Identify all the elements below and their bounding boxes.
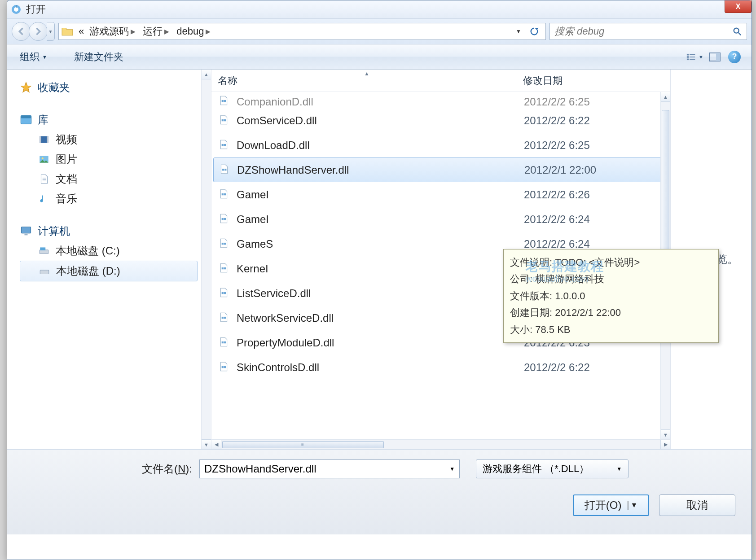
chevron-down-icon: ▼ [449, 466, 455, 472]
dll-file-icon [218, 95, 231, 108]
file-name: NetworkServiceD.dll [237, 312, 524, 324]
scroll-up-icon[interactable]: ▲ [202, 70, 211, 79]
address-dropdown[interactable]: ▼ [512, 28, 525, 35]
breadcrumb-0[interactable]: 游戏源码▶ [87, 25, 140, 38]
search-box[interactable] [549, 23, 747, 40]
document-icon [38, 173, 50, 185]
file-row[interactable]: SkinControlsD.dll2012/2/2 6:22 [211, 355, 670, 380]
filename-combobox[interactable]: DZShowHandServer.dll ▼ [199, 459, 460, 478]
search-icon[interactable] [732, 26, 742, 36]
file-date: 2012/2/2 6:25 [524, 96, 590, 108]
svg-rect-29 [224, 100, 226, 102]
sort-indicator-icon: ▲ [364, 70, 369, 77]
svg-point-1 [14, 7, 18, 12]
svg-rect-27 [40, 270, 49, 274]
svg-rect-30 [222, 119, 224, 121]
sidebar-item-pictures[interactable]: 图片 [20, 149, 211, 169]
titlebar[interactable]: 打开 X [7, 0, 752, 18]
breadcrumb-chevrons[interactable]: « [76, 26, 87, 37]
help-button[interactable]: ? [725, 49, 743, 65]
column-headers[interactable]: ▲ 名称 修改日期 [211, 70, 670, 92]
dll-file-icon [218, 188, 231, 201]
search-input[interactable] [554, 26, 732, 37]
organize-menu[interactable]: 组织▼ [15, 48, 52, 66]
svg-line-4 [738, 33, 741, 35]
dll-file-icon [218, 139, 231, 152]
sidebar-computer[interactable]: 计算机 [20, 221, 211, 241]
file-date: 2012/2/2 6:24 [524, 238, 590, 250]
sidebar-drive-d[interactable]: 本地磁盘 (D:) [20, 261, 198, 281]
column-name[interactable]: 名称 [218, 74, 523, 88]
file-pane: ▲ 名称 修改日期 CompanionD.dll2012/2/2 6:25Com… [211, 70, 752, 449]
filename-value: DZShowHandServer.dll [204, 463, 316, 475]
scroll-down-icon[interactable]: ▼ [202, 439, 211, 449]
svg-rect-48 [222, 341, 224, 343]
sidebar-favorites[interactable]: 收藏夹 [20, 78, 211, 97]
sidebar-item-music[interactable]: 音乐 [20, 189, 211, 209]
open-button[interactable]: 打开(O) │▼ [573, 494, 649, 516]
column-date[interactable]: 修改日期 [523, 74, 670, 88]
library-icon [20, 114, 32, 126]
forward-button[interactable] [29, 22, 48, 41]
file-name: ComServiceD.dll [237, 114, 524, 127]
chevron-right-icon: ▶ [131, 28, 136, 35]
svg-rect-45 [224, 292, 226, 293]
svg-rect-9 [690, 57, 695, 57]
svg-rect-47 [224, 316, 226, 318]
file-date: 2012/2/2 6:25 [524, 139, 590, 152]
sidebar-item-documents[interactable]: 文档 [20, 169, 211, 189]
svg-rect-25 [40, 250, 48, 254]
svg-rect-16 [40, 136, 41, 143]
file-date: 2012/2/2 6:24 [524, 213, 590, 226]
file-row[interactable]: GameI2012/2/2 6:24 [211, 207, 670, 232]
sidebar-libraries[interactable]: 库 [20, 110, 211, 130]
scroll-thumb[interactable]: ≡ [222, 441, 384, 448]
svg-rect-44 [222, 292, 224, 293]
sidebar-scrollbar[interactable]: ▲ ▼ [201, 70, 211, 449]
scroll-down-icon[interactable]: ▼ [661, 429, 670, 439]
drive-icon [38, 265, 51, 277]
svg-rect-49 [224, 341, 226, 343]
svg-rect-17 [47, 136, 48, 143]
file-name: PropertyModuleD.dll [237, 337, 524, 349]
svg-rect-33 [224, 144, 226, 145]
file-row[interactable]: ComServiceD.dll2012/2/2 6:22 [211, 108, 670, 133]
scroll-right-icon[interactable]: ▶ [660, 440, 670, 449]
file-date: 2012/2/2 6:22 [524, 361, 590, 374]
file-row[interactable]: DZShowHandServer.dll2012/2/1 22:00 [213, 158, 668, 182]
dll-file-icon [218, 213, 231, 226]
svg-rect-32 [222, 144, 224, 145]
scroll-left-icon[interactable]: ◀ [211, 440, 221, 449]
svg-rect-40 [222, 242, 224, 244]
file-row[interactable]: CompanionD.dll2012/2/2 6:25 [211, 92, 670, 108]
close-button[interactable]: X [725, 0, 752, 13]
folder-icon [62, 26, 73, 36]
file-row[interactable]: GameI2012/2/2 6:26 [211, 182, 670, 207]
scroll-up-icon[interactable]: ▲ [661, 92, 670, 102]
sidebar-item-videos[interactable]: 视频 [20, 130, 211, 149]
filetype-combobox[interactable]: 游戏服务组件 （*.DLL） ▼ [476, 459, 629, 478]
breadcrumb-1[interactable]: 运行▶ [140, 25, 174, 38]
svg-rect-14 [21, 116, 31, 118]
view-mode-button[interactable]: ▼ [686, 49, 704, 65]
chevron-down-icon: ▼ [42, 54, 47, 60]
cancel-button[interactable]: 取消 [659, 494, 735, 516]
chevron-down-icon: ▼ [616, 466, 622, 472]
sidebar-drive-c[interactable]: 本地磁盘 (C:) [20, 241, 211, 261]
dll-file-icon [218, 114, 231, 127]
file-row[interactable]: DownLoadD.dll2012/2/2 6:25 [211, 133, 670, 158]
music-icon [38, 192, 50, 205]
new-folder-button[interactable]: 新建文件夹 [70, 48, 128, 66]
address-bar[interactable]: « 游戏源码▶ 运行▶ debug▶ ▼ [58, 23, 546, 40]
nav-history-dropdown[interactable]: ▼ [47, 22, 55, 41]
refresh-button[interactable] [525, 23, 543, 39]
drive-icon [38, 245, 50, 257]
svg-rect-23 [22, 227, 31, 233]
nav-row: ▼ « 游戏源码▶ 运行▶ debug▶ ▼ [7, 18, 752, 44]
back-button[interactable] [12, 22, 31, 41]
breadcrumb-2[interactable]: debug▶ [174, 26, 215, 37]
svg-rect-31 [224, 119, 226, 121]
preview-pane-button[interactable] [706, 49, 724, 65]
horizontal-scrollbar[interactable]: ◀ ≡ ▶ [211, 439, 670, 449]
chevron-right-icon: ▶ [164, 28, 169, 35]
